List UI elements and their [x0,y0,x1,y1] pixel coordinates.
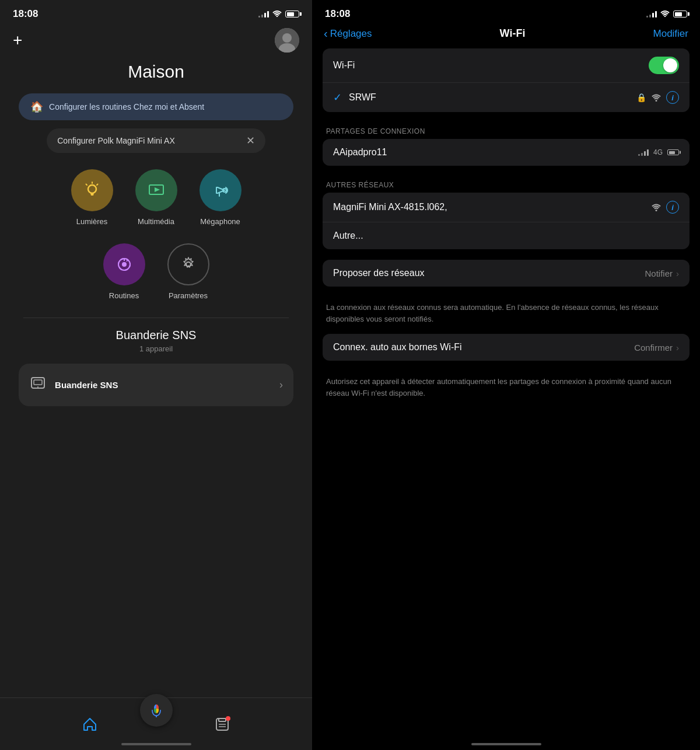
propose-networks-value: Notifier [645,268,673,278]
network-info-button-0[interactable]: i [666,201,679,214]
device-info: Buanderie SNS [55,380,271,390]
auto-connect-chevron-icon: › [676,343,679,353]
setup-banner[interactable]: Configurer Polk MagniFi Mini AX ✕ [47,128,265,153]
multimedia-label: Multimédia [138,217,174,226]
other-networks-group: MagniFi Mini AX-4815.l062, i Autre... [323,193,690,249]
category-multimedia[interactable]: Multimédia [135,169,177,226]
svg-point-19 [37,386,38,388]
battery-icon [285,11,299,18]
battery-network-icon [667,149,679,155]
time-right: 18:08 [325,8,350,20]
signal-icon-right [646,11,657,18]
svg-marker-9 [155,187,160,192]
setup-banner-text: Configurer Polk MagniFi Mini AX [57,136,240,145]
megaphone-label: Mégaphone [200,217,240,226]
megaphone-icon-circle [200,169,242,211]
auto-connect-label: Connex. auto aux bornes Wi-Fi [333,342,634,353]
propose-networks-group: Proposer des réseaux Notifier › [323,260,690,287]
propose-networks-note: La connexion aux réseaux connus sera aut… [323,297,690,334]
svg-point-13 [122,262,127,267]
status-icons-left [258,10,299,19]
svg-rect-18 [34,380,42,385]
category-lumieres[interactable]: Lumières [71,169,113,226]
app-title: Maison [128,62,184,82]
svg-point-25 [664,16,666,17]
svg-point-4 [88,185,96,193]
battery-icon-right [673,11,687,18]
wifi-toggle-group: Wi-Fi ✓ SRWF 🔒 i [323,48,690,112]
svg-point-2 [282,33,292,43]
category-grid: Lumières Multimédia [0,169,312,300]
hotspot-section-title: PARTAGES DE CONNEXION [323,123,690,139]
parametres-icon-circle [167,243,209,285]
left-header: + [0,23,312,62]
wifi-label: Wi-Fi [333,60,649,71]
wifi-toggle[interactable] [649,57,679,74]
status-icons-right [646,9,687,19]
nav-bar: ‹ Réglages Wi-Fi Modifier [312,23,700,48]
avatar[interactable] [275,28,299,53]
category-parametres[interactable]: Paramètres [167,243,209,300]
parametres-label: Paramètres [169,291,208,300]
svg-line-6 [97,184,98,186]
svg-rect-22 [219,718,226,721]
other-network-row-1[interactable]: Autre... [323,222,690,249]
routine-banner[interactable]: 🏠 Configurer les routines Chez moi et Ab… [19,93,293,120]
category-routines[interactable]: Routines [103,243,145,300]
nav-action-button[interactable]: Modifier [653,28,688,40]
device-icon [29,374,47,396]
voice-button[interactable] [140,694,173,727]
category-row-2: Routines Paramètres [103,243,209,300]
auto-connect-note: Autorisez cet appareil à détecter automa… [323,371,690,408]
hotspot-group: AAipadpro11 4G [323,139,690,166]
routines-label: Routines [109,291,139,300]
room-subtitle: 1 appareil [139,344,173,353]
other-network-row-0[interactable]: MagniFi Mini AX-4815.l062, i [323,193,690,222]
routines-icon-circle [103,243,145,285]
back-label: Réglages [330,28,372,40]
other-network-name-1: Autre... [333,231,363,241]
svg-line-7 [86,184,87,186]
device-chevron-icon: › [279,379,283,391]
status-bar-right: 18:08 [312,0,700,23]
bottom-bar [0,697,312,750]
nav-title: Wi-Fi [500,27,526,40]
right-panel: 18:08 ‹ Réglages Wi-Fi Modif [312,0,700,750]
propose-networks-row[interactable]: Proposer des réseaux Notifier › [323,260,690,287]
room-title: Buanderie SNS [116,329,197,342]
home-indicator-right [471,743,541,745]
add-button[interactable]: + [13,31,22,50]
propose-chevron-icon: › [676,268,679,278]
divider [23,318,289,318]
signal-icon [258,11,269,18]
device-name: Buanderie SNS [55,380,271,390]
home-routine-icon: 🏠 [30,100,43,113]
hotspot-extra: 4G [638,148,679,156]
left-panel: 18:08 + [0,0,312,750]
other-section-title: AUTRES RÉSEAUX [323,176,690,193]
network-info-button[interactable]: i [666,91,679,104]
routine-banner-text: Configurer les routines Chez moi et Abse… [49,102,204,111]
4g-badge: 4G [653,148,663,156]
back-button[interactable]: ‹ Réglages [324,27,372,40]
category-megaphone[interactable]: Mégaphone [200,169,242,226]
home-nav-button[interactable] [82,716,98,732]
hotspot-row[interactable]: AAipadpro11 4G [323,139,690,166]
other-network-icons-0: i [651,201,679,214]
wifi-strength-icon [651,93,662,102]
lumieres-label: Lumières [76,217,107,226]
activity-nav-button[interactable] [214,716,230,732]
connected-network-row[interactable]: ✓ SRWF 🔒 i [323,83,690,112]
multimedia-icon-circle [135,169,177,211]
chevron-left-icon: ‹ [324,27,328,40]
checkmark-icon: ✓ [333,91,342,104]
device-card[interactable]: Buanderie SNS › [19,364,293,406]
svg-point-26 [656,100,657,102]
wifi-icon-other [651,203,662,211]
wifi-icon [272,10,282,19]
svg-point-27 [656,210,657,211]
svg-point-0 [276,16,278,17]
settings-content: Wi-Fi ✓ SRWF 🔒 i PARTAGES [312,48,700,750]
close-setup-button[interactable]: ✕ [246,134,255,147]
auto-connect-row[interactable]: Connex. auto aux bornes Wi-Fi Confirmer … [323,334,690,361]
